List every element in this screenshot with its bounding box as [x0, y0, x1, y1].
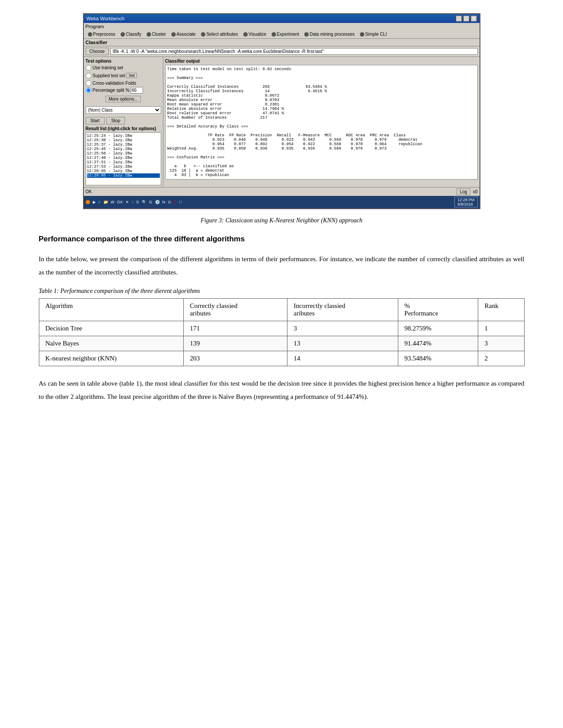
toolbar-select-attributes[interactable]: Select attributes	[199, 31, 240, 38]
menu-program[interactable]: Program	[86, 24, 104, 29]
list-item[interactable]: 12:25:30 - lazy.IBw	[87, 138, 160, 143]
experiment-icon	[272, 32, 276, 37]
table-row: K-nearest neighbor (KNN) 203 14 93.5484%…	[39, 351, 524, 366]
list-item[interactable]: 12:25:50 - lazy.IBw	[87, 151, 160, 156]
cross-validation-label: Cross-validation Folds	[93, 81, 136, 86]
toolbar-simple-cli[interactable]: Simple CLI	[358, 31, 389, 38]
simple-cli-icon	[360, 32, 364, 37]
more-options-button[interactable]: More options...	[106, 96, 141, 102]
table-row: Naïve Bayes 139 13 91.4474% 3	[39, 336, 524, 351]
cross-validation-radio[interactable]	[86, 80, 91, 86]
cross-validation-row: Cross-validation Folds	[86, 80, 161, 86]
choose-button[interactable]: Choose	[86, 48, 109, 55]
close-button[interactable]: ✕	[471, 15, 477, 22]
left-panel: Test options Use training set Supplied t…	[84, 57, 163, 187]
cluster-icon	[147, 32, 151, 37]
percentage-split-radio[interactable]	[86, 87, 91, 93]
classify-icon	[121, 32, 125, 37]
status-text: OK	[86, 189, 92, 194]
table-cell-incorrectly: 3	[287, 321, 398, 336]
class-dropdown-container: (Nom) Class	[86, 105, 161, 115]
percentage-split-row: Percentage split %	[86, 87, 161, 94]
start-stop-container: Start Stop	[86, 117, 161, 124]
minimize-button[interactable]: _	[456, 15, 462, 22]
taskbar-arrow-icon: ↑	[132, 200, 134, 204]
percentage-input[interactable]	[131, 87, 143, 94]
data-mining-icon	[304, 32, 309, 37]
choose-bar: Choose IBk -K 1 -W 0 -A "weka.core.neigh…	[84, 46, 480, 57]
associate-icon	[171, 32, 176, 37]
table-cell-rank: 3	[478, 336, 524, 351]
toolbar-data-mining[interactable]: Data mining processes	[302, 31, 357, 38]
list-item[interactable]: 12:25:45 - lazy.IBw	[87, 147, 160, 151]
start-icon[interactable]	[86, 200, 90, 204]
taskbar-play-icon: ▶	[93, 200, 96, 204]
toolbar-associate[interactable]: Associate	[169, 31, 198, 38]
start-button[interactable]: Start	[86, 117, 105, 124]
table-cell-rank: 2	[478, 351, 524, 366]
table-cell-performance: 91.4474%	[398, 336, 478, 351]
toolbar-classify[interactable]: Classify	[118, 31, 144, 38]
set-button[interactable]: Set	[126, 73, 137, 78]
result-list-title: Result list (right-click for options)	[86, 126, 161, 131]
figure-caption: Figure 3: Classicaon using K-Nearest Nei…	[83, 217, 480, 224]
visualize-icon	[243, 32, 248, 37]
taskbar-square-icon: □	[179, 200, 181, 204]
list-item[interactable]: 12:27:51 - lazy.IBw	[87, 160, 160, 165]
classifier-output-area: Time taken to test model on test split: …	[165, 65, 478, 180]
list-item[interactable]: 12:27:53 - lazy.IBw	[87, 165, 160, 169]
taskbar-folder-icon: 📁	[103, 200, 108, 204]
weka-toolbar: Preprocess Classify Cluster Associate Se…	[84, 30, 480, 39]
status-icon-text: x0	[473, 189, 478, 194]
table-header-correctly: Correctly classiedaributes	[183, 299, 287, 321]
toolbar-experiment[interactable]: Experiment	[269, 31, 302, 38]
class-dropdown[interactable]: (Nom) Class	[86, 106, 161, 114]
supplied-test-label: Supplied test set	[93, 73, 125, 78]
use-training-set-radio[interactable]	[86, 65, 91, 71]
section-heading: Performance comparison of the three diff…	[39, 235, 525, 244]
stop-button[interactable]: Stop	[106, 117, 125, 124]
table-cell-incorrectly: 14	[287, 351, 398, 366]
preprocess-icon	[88, 32, 92, 37]
list-item[interactable]: 12:27:40 - lazy.IBw	[87, 156, 160, 160]
log-button[interactable]: Log	[457, 188, 470, 195]
taskbar-s-icon: S	[136, 200, 139, 204]
page-container: Weka Workbench _ □ ✕ Program Preprocess …	[0, 0, 563, 439]
table-header-performance: %Performance	[398, 299, 478, 321]
classifier-section-label: Classifier	[84, 39, 480, 46]
table-cell-algorithm: Naïve Bayes	[39, 336, 183, 351]
taskbar-circle-icon: ⊙	[168, 200, 171, 204]
table-cell-algorithm: Decision Tree	[39, 321, 183, 336]
taskbar-g-icon: G	[149, 200, 152, 204]
toolbar-cluster[interactable]: Cluster	[144, 31, 168, 38]
supplied-test-radio[interactable]	[86, 73, 91, 79]
percentage-split-label: Percentage split	[93, 88, 125, 93]
list-item[interactable]: 12:25:24 - lazy.IBw	[87, 134, 160, 138]
test-options-title: Test options	[86, 59, 161, 64]
taskbar-disk-icon: 💿	[155, 200, 160, 204]
weka-main: Test options Use training set Supplied t…	[84, 57, 480, 187]
table-header-row: Algorithm Correctly classiedaributes Inc…	[39, 299, 524, 321]
list-item[interactable]: 12:25:37 - lazy.IBw	[87, 143, 160, 147]
weka-titlebar: Weka Workbench _ □ ✕	[84, 14, 480, 23]
taskbar-p-icon: P	[174, 200, 177, 204]
toolbar-preprocess[interactable]: Preprocess	[86, 31, 118, 38]
status-bar: OK Log x0	[84, 187, 480, 196]
table-cell-performance: 98.2759%	[398, 321, 478, 336]
list-item[interactable]: 12:28:05 - lazy.IBw	[87, 173, 160, 178]
toolbar-visualize[interactable]: Visualize	[241, 31, 268, 38]
taskbar-n-icon: N	[162, 200, 166, 204]
table-cell-algorithm: K-nearest neighbor (KNN)	[39, 351, 183, 366]
table-cell-correctly: 171	[183, 321, 287, 336]
use-training-set-label: Use training set	[93, 65, 123, 70]
table-row: Decision Tree 171 3 98.2759% 1	[39, 321, 524, 336]
list-item[interactable]: 12:28:05 - lazy.IBw	[87, 169, 160, 173]
weka-screenshot: Weka Workbench _ □ ✕ Program Preprocess …	[83, 13, 480, 209]
body-paragraph-1: In the table below, we present the compa…	[39, 252, 525, 279]
table-caption: Table 1: Performance comparison of the t…	[39, 288, 525, 295]
table-cell-performance: 93.5484%	[398, 351, 478, 366]
maximize-button[interactable]: □	[463, 15, 469, 22]
choose-path-display: IBk -K 1 -W 0 -A "weka.core.neighboursea…	[110, 48, 478, 55]
body-paragraph-2: As can be seen in table above (table 1),…	[39, 377, 525, 403]
taskbar-ie-icon: e	[98, 200, 101, 204]
